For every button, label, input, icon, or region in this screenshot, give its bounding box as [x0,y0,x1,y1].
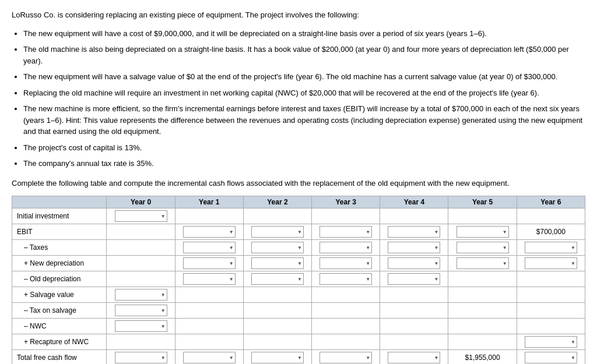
row-label-9: Total free cash flow [12,350,107,365]
cell-1-year4[interactable] [380,224,448,240]
dropdown-8-year6[interactable] [525,336,577,348]
table-row: EBIT$700,000 [12,224,585,240]
dropdown-1-year5[interactable] [456,226,509,238]
dropdown-4-year2[interactable] [251,273,304,285]
cell-3-year3[interactable] [312,256,380,271]
dropdown-2-year4[interactable] [388,242,440,253]
table-row: + New depreciation [12,256,585,271]
select-wrapper-6-year0 [115,305,167,316]
cell-1-year5[interactable] [448,224,517,240]
dropdown-2-year6[interactable] [525,242,577,253]
dropdown-2-year2[interactable] [251,242,304,253]
dropdown-2-year1[interactable] [183,242,236,253]
select-wrapper-4-year2 [251,273,304,285]
dropdown-1-year1[interactable] [183,226,236,238]
dropdown-9-year4[interactable] [388,352,440,363]
cell-2-year4[interactable] [380,240,448,256]
dropdown-2-year3[interactable] [319,242,372,253]
cell-9-year3[interactable] [312,350,380,365]
dropdown-3-year4[interactable] [388,257,440,269]
cell-0-year2 [243,208,311,224]
dropdown-9-year0[interactable] [115,352,167,363]
cell-3-year5[interactable] [448,256,517,271]
select-wrapper-1-year4 [388,226,440,238]
table-row: – Tax on salvage [12,303,585,319]
dropdown-3-year2[interactable] [251,257,304,269]
dropdown-9-year6[interactable] [525,352,577,363]
cell-4-year2[interactable] [243,271,311,287]
dropdown-4-year1[interactable] [183,273,236,285]
dropdown-9-year2[interactable] [251,352,304,363]
cell-3-year0 [107,256,175,271]
dropdown-7-year0[interactable] [115,320,167,332]
cell-1-year2[interactable] [243,224,311,240]
cell-5-year2 [243,287,311,303]
cell-4-year6 [517,271,585,287]
dropdown-3-year3[interactable] [319,257,372,269]
dropdown-5-year0[interactable] [115,289,167,301]
dropdown-2-year5[interactable] [456,242,509,253]
cell-4-year3[interactable] [312,271,380,287]
cell-9-year4[interactable] [380,350,448,365]
select-wrapper-9-year6 [525,352,577,363]
cell-8-year3 [312,334,380,350]
col-header-label [12,196,107,208]
dropdown-3-year1[interactable] [183,257,236,269]
dropdown-1-year3[interactable] [319,226,372,238]
dropdown-9-year1[interactable] [183,352,236,363]
cell-2-year3[interactable] [312,240,380,256]
cell-1-year3[interactable] [312,224,380,240]
dropdown-3-year5[interactable] [456,257,509,269]
cell-0-year6 [517,208,585,224]
cell-9-year1[interactable] [175,350,243,365]
cell-9-year6[interactable] [517,350,585,365]
dropdown-9-year3[interactable] [319,352,372,363]
dropdown-4-year3[interactable] [319,273,372,285]
select-wrapper-1-year3 [319,226,372,238]
select-wrapper-3-year4 [388,257,440,269]
cell-9-year0[interactable] [107,350,175,365]
cell-2-year5[interactable] [448,240,517,256]
dropdown-0-year0[interactable] [115,210,167,222]
select-wrapper-2-year3 [319,242,372,253]
cell-1-year1[interactable] [175,224,243,240]
cell-9-year2[interactable] [243,350,311,365]
cell-3-year6[interactable] [517,256,585,271]
bullet-item: The new equipment will have a cost of $9… [23,28,585,40]
select-wrapper-4-year3 [319,273,372,285]
dropdown-1-year4[interactable] [388,226,440,238]
cell-8-year6[interactable] [517,334,585,350]
cell-6-year0[interactable] [107,303,175,319]
bullet-item: The project's cost of capital is 13%. [23,142,585,154]
cell-3-year4[interactable] [380,256,448,271]
select-wrapper-2-year6 [525,242,577,253]
row-label-0: Initial investment [12,208,107,224]
dropdown-4-year4[interactable] [388,273,440,285]
select-wrapper-9-year1 [183,352,236,363]
cell-0-year0[interactable] [107,208,175,224]
dropdown-1-year2[interactable] [251,226,304,238]
cell-5-year0[interactable] [107,287,175,303]
select-wrapper-9-year0 [115,352,167,363]
bullet-item: The new equipment will have a salvage va… [23,71,585,83]
cell-4-year5 [448,271,517,287]
table-row: – Old depreciation [12,271,585,287]
cell-9-year5: $1,955,000 [448,350,517,365]
dropdown-6-year0[interactable] [115,305,167,316]
cell-2-year2[interactable] [243,240,311,256]
bullet-item: Replacing the old machine will require a… [23,87,585,99]
select-wrapper-9-year2 [251,352,304,363]
cell-3-year2[interactable] [243,256,311,271]
cell-2-year1[interactable] [175,240,243,256]
bullet-item: The new machine is more efficient, so th… [23,103,585,137]
cell-4-year1[interactable] [175,271,243,287]
cell-7-year5 [448,319,517,334]
cell-2-year6[interactable] [517,240,585,256]
cell-7-year0[interactable] [107,319,175,334]
cell-8-year5 [448,334,517,350]
cash-flow-table: Year 0 Year 1 Year 2 Year 3 Year 4 Year … [12,196,585,364]
bullet-item: The company's annual tax rate is 35%. [23,158,585,169]
cell-4-year4[interactable] [380,271,448,287]
dropdown-3-year6[interactable] [525,257,577,269]
cell-3-year1[interactable] [175,256,243,271]
